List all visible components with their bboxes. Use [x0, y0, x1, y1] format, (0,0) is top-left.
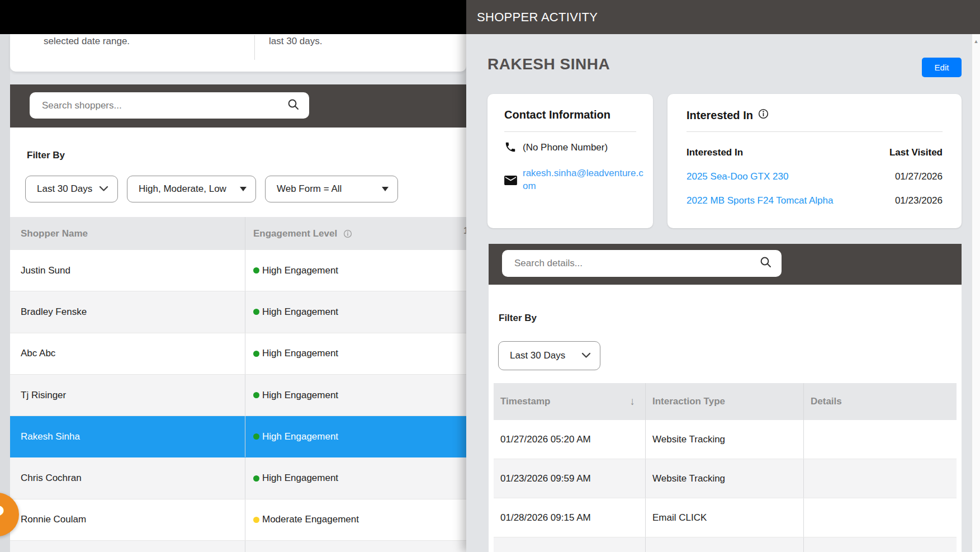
web-form-filter-value: Web Form = All: [277, 183, 342, 195]
info-icon[interactable]: [758, 108, 769, 122]
filter-by-label: Filter By: [499, 313, 537, 324]
interaction-type-cell: Website Tracking: [645, 420, 803, 459]
engagement-label: High Engagement: [262, 390, 338, 401]
filter-by-label: Filter By: [27, 150, 65, 161]
chevron-down-icon: [99, 183, 108, 195]
interested-in-card: Interested In Interested In Last Visited…: [667, 94, 962, 228]
contact-card-title: Contact Information: [504, 108, 610, 121]
interaction-type-cell: Email CLICK: [645, 537, 803, 552]
shopper-table-header: Shopper Name Engagement Level: [10, 217, 466, 250]
timestamp-header-label: Timestamp: [500, 396, 550, 407]
engagement-cell: High Engagement: [245, 375, 466, 416]
table-row[interactable]: Ronnie Coulam Moderate Engagement: [10, 499, 466, 541]
card-divider: [687, 131, 943, 132]
shopper-filter-section: Filter By Last 30 Days High, Moderate, L…: [10, 128, 466, 217]
card-divider: [504, 131, 636, 132]
engagement-cell: High Engagement: [245, 250, 466, 291]
engagement-dot-icon: [253, 267, 259, 273]
engagement-filter-dropdown[interactable]: High, Moderate, Low: [127, 176, 256, 202]
help-icon: ?: [0, 499, 5, 530]
activity-row-partial[interactable]: 01/23/2026 09:44 AM Email CLICK: [494, 537, 957, 552]
search-details-input[interactable]: [502, 250, 782, 277]
timestamp-cell: 01/28/2026 09:15 AM: [494, 498, 645, 537]
activity-table: Timestamp ↓ Interaction Type Details 01/…: [494, 383, 957, 552]
col-last-visited: Last Visited: [889, 147, 943, 158]
column-header-details[interactable]: Details: [803, 383, 957, 420]
timestamp-cell: 01/27/2026 05:20 AM: [494, 420, 645, 459]
activity-table-header: Timestamp ↓ Interaction Type Details: [494, 383, 957, 420]
summary-text-left: selected date range.: [44, 36, 130, 47]
vehicle-link[interactable]: 2025 Sea-Doo GTX 230: [687, 171, 788, 182]
interaction-type-cell: Website Tracking: [645, 459, 803, 498]
engagement-label: High Engagement: [262, 348, 338, 359]
date-range-value: Last 30 Days: [37, 183, 92, 195]
details-cell: [803, 537, 957, 552]
info-icon[interactable]: [343, 229, 352, 238]
page-left-gutter: [0, 34, 10, 552]
caret-down-icon: [382, 187, 389, 191]
vehicle-link[interactable]: 2022 MB Sports F24 Tomcat Alpha: [687, 195, 833, 206]
column-header-engagement-level[interactable]: Engagement Level: [245, 217, 466, 250]
date-range-dropdown[interactable]: Last 30 Days: [25, 176, 118, 202]
engagement-dot-icon: [253, 309, 259, 315]
phone-value: (No Phone Number): [523, 142, 608, 153]
engagement-label: High Engagement: [262, 431, 338, 442]
summary-card: selected date range. last 30 days.: [10, 34, 466, 72]
column-header-shopper-name[interactable]: Shopper Name: [10, 217, 245, 250]
timestamp-cell: 01/23/2026 09:44 AM: [494, 537, 645, 552]
table-row-partial[interactable]: [10, 541, 466, 552]
table-row[interactable]: Chris Cochran High Engagement: [10, 457, 466, 499]
table-row[interactable]: Tj Risinger High Engagement: [10, 375, 466, 416]
engagement-cell: High Engagement: [245, 457, 466, 498]
col-interested-in: Interested In: [687, 147, 743, 158]
shopper-name-cell: Ronnie Coulam: [10, 499, 245, 540]
caret-down-icon: [240, 187, 247, 191]
engagement-label: High Engagement: [262, 473, 338, 484]
interaction-type-cell: Email CLICK: [645, 498, 803, 537]
table-row[interactable]: Abc Abc High Engagement: [10, 333, 466, 375]
shopper-name-cell: Chris Cochran: [10, 457, 245, 498]
activity-row[interactable]: 01/27/2026 05:20 AM Website Tracking: [494, 420, 957, 459]
shopper-table: Shopper Name Engagement Level Justin Sun…: [10, 217, 466, 552]
scroll-up-icon[interactable]: ▲: [972, 39, 980, 44]
interested-card-title: Interested In: [687, 108, 769, 122]
web-form-filter-dropdown[interactable]: Web Form = All: [265, 176, 398, 202]
table-row[interactable]: Bradley Fenske High Engagement: [10, 291, 466, 333]
engagement-cell: High Engagement: [245, 291, 466, 332]
column-header-timestamp[interactable]: Timestamp ↓: [494, 383, 645, 420]
panel-scrollbar[interactable]: ▲: [972, 34, 980, 552]
shopper-activity-screen: selected date range. last 30 days. Filte…: [0, 0, 980, 552]
top-navigation-bar: [0, 0, 466, 34]
column-header-interaction-type[interactable]: Interaction Type: [645, 383, 803, 420]
table-row[interactable]: Justin Sund High Engagement: [10, 250, 466, 291]
engagement-label: High Engagement: [262, 265, 338, 276]
sort-descending-icon[interactable]: ↓: [630, 395, 636, 408]
activity-row[interactable]: 01/23/2026 09:59 AM Website Tracking: [494, 459, 957, 498]
activity-date-range-dropdown[interactable]: Last 30 Days: [498, 341, 600, 370]
details-cell: [803, 498, 957, 537]
search-shoppers-input[interactable]: [30, 92, 309, 119]
engagement-dot-icon: [253, 392, 259, 398]
table-row-selected[interactable]: Rakesh Sinha High Engagement: [10, 416, 466, 457]
engagement-dot-icon: [253, 475, 259, 482]
engagement-header-label: Engagement Level: [253, 228, 337, 239]
details-search-bar: [489, 244, 962, 285]
activity-details-section: Filter By Last 30 Days Timestamp ↓ Inter…: [489, 285, 962, 552]
engagement-cell: [245, 541, 466, 552]
shopper-search-bar: [10, 84, 466, 128]
activity-row[interactable]: 01/28/2026 09:15 AM Email CLICK: [494, 498, 957, 537]
shopper-name-cell: Abc Abc: [10, 333, 245, 374]
search-icon[interactable]: [287, 98, 300, 114]
engagement-dot-icon: [253, 433, 259, 440]
interested-row: 2022 MB Sports F24 Tomcat Alpha 01/23/20…: [687, 195, 943, 206]
phone-icon: [504, 141, 517, 155]
shopper-name-cell: Bradley Fenske: [10, 291, 245, 332]
search-icon[interactable]: [759, 256, 773, 271]
engagement-dot-icon: [253, 517, 259, 523]
shopper-name-cell: [10, 541, 245, 552]
email-link[interactable]: rakesh.sinha@leadventure.com: [523, 167, 646, 192]
interested-subheader: Interested In Last Visited: [687, 147, 943, 158]
edit-button[interactable]: Edit: [922, 58, 962, 77]
engagement-cell: High Engagement: [245, 416, 466, 457]
interested-row: 2025 Sea-Doo GTX 230 01/27/2026: [687, 171, 943, 182]
